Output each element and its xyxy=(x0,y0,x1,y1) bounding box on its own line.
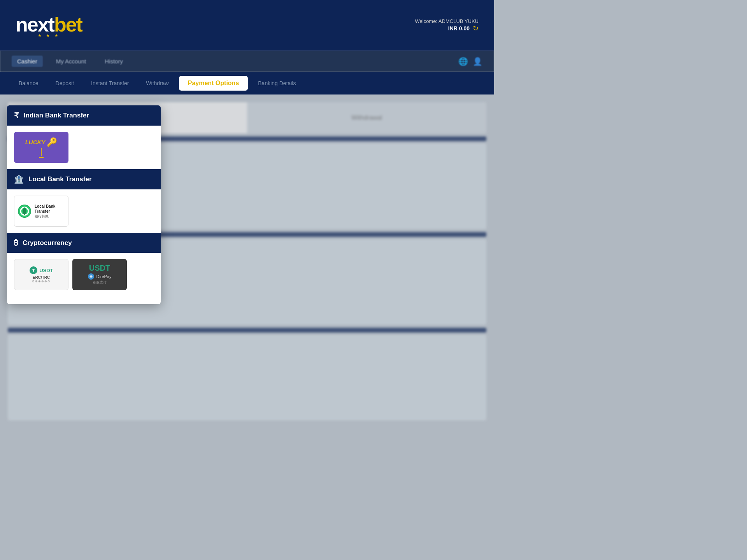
lucky-key-stem xyxy=(41,148,42,156)
bank-icon: 🏦 xyxy=(14,175,24,184)
local-bank-transfer-label: Local Bank Transfer xyxy=(28,175,92,183)
direpay-chinese: 泰亚支付 xyxy=(93,280,107,285)
nav-bar: Cashier My Account History 🌐 👤 xyxy=(0,51,494,72)
usdt-erc-trc-label: ERC/TRC xyxy=(33,275,50,280)
welcome-text: Welcome: ADMCLUB YUKU xyxy=(415,18,479,24)
indian-bank-items: LUCKY 🔑 xyxy=(7,126,161,169)
header-right: Welcome: ADMCLUB YUKU INR 0.00 ↻ xyxy=(415,18,479,33)
content-row-3 xyxy=(8,328,486,332)
logo-bet: bet xyxy=(54,13,82,36)
sub-nav-balance[interactable]: Balance xyxy=(12,77,46,89)
bitcoin-icon: ₿ xyxy=(14,238,18,247)
lucky-key-base xyxy=(39,157,44,158)
local-bank-card[interactable]: Local Bank Transfer 银行转账 xyxy=(14,196,68,227)
lucky-pay-card[interactable]: LUCKY 🔑 xyxy=(14,132,68,163)
sub-nav-banking-details[interactable]: Banking Details xyxy=(251,77,303,89)
local-bank-logo-wrapper xyxy=(18,204,32,218)
local-bank-items: Local Bank Transfer 银行转账 xyxy=(7,189,161,233)
local-bank-main-text: Local Bank Transfer xyxy=(35,204,65,214)
main-content: Deposit Withdrawal ₹ Indian Bank Transfe… xyxy=(0,94,494,431)
local-bank-chinese-text: 银行转账 xyxy=(35,214,65,219)
logo: nextbet ★ ★ ★ xyxy=(16,13,82,38)
local-bank-transfer-header: 🏦 Local Bank Transfer xyxy=(7,169,161,189)
usdt-label: USDT xyxy=(39,268,53,273)
sub-nav: Balance Deposit Instant Transfer Withdra… xyxy=(0,72,494,94)
indian-bank-transfer-header: ₹ Indian Bank Transfer xyxy=(7,105,161,126)
lucky-text: LUCKY xyxy=(25,139,46,145)
direpay-name: DirePay xyxy=(96,274,111,279)
usdt-direpay-card[interactable]: USDT DirePay 泰亚支付 xyxy=(72,259,127,290)
usdt-erc-trc-card[interactable]: ₮ USDT ERC/TRC ⊙⊗⊕⊘⊛⊙ xyxy=(14,259,68,290)
nav-item-account[interactable]: My Account xyxy=(51,56,92,67)
content-area-3 xyxy=(8,335,486,420)
direpay-logo xyxy=(88,273,95,280)
key-icon: 🔑 xyxy=(47,137,57,147)
nav-item-history[interactable]: History xyxy=(99,56,128,67)
usdt-logo: ₮ xyxy=(29,266,38,275)
local-bank-svg-logo xyxy=(18,204,32,218)
crypto-items: ₮ USDT ERC/TRC ⊙⊗⊕⊘⊛⊙ USDT xyxy=(7,253,161,296)
sub-nav-deposit[interactable]: Deposit xyxy=(49,77,81,89)
usdt-icons-row: ⊙⊗⊕⊘⊛⊙ xyxy=(32,280,51,283)
withdraw-title: Withdrawal xyxy=(351,114,382,121)
cryptocurrency-header: ₿ Cryptocurrency xyxy=(7,233,161,253)
sub-nav-instant-transfer[interactable]: Instant Transfer xyxy=(84,77,136,89)
svg-text:₮: ₮ xyxy=(32,269,35,273)
payment-options-dropdown: ₹ Indian Bank Transfer LUCKY 🔑 🏦 Local B… xyxy=(7,105,161,304)
nav-item-cashier[interactable]: Cashier xyxy=(12,56,43,67)
globe-icon[interactable]: 🌐 xyxy=(458,57,468,66)
balance-amount: INR 0.00 xyxy=(448,25,470,32)
rupee-icon: ₹ xyxy=(14,111,19,120)
user-icon[interactable]: 👤 xyxy=(473,57,482,66)
sub-nav-withdraw[interactable]: Withdraw xyxy=(139,77,175,89)
sub-nav-payment-options[interactable]: Payment Options xyxy=(179,76,248,91)
header: nextbet ★ ★ ★ Welcome: ADMCLUB YUKU INR … xyxy=(0,0,494,51)
cryptocurrency-label: Cryptocurrency xyxy=(23,239,72,247)
logo-next: next xyxy=(16,13,54,36)
indian-bank-transfer-label: Indian Bank Transfer xyxy=(24,112,89,119)
refresh-icon[interactable]: ↻ xyxy=(473,24,479,33)
direpay-usdt-label: USDT xyxy=(89,264,110,272)
